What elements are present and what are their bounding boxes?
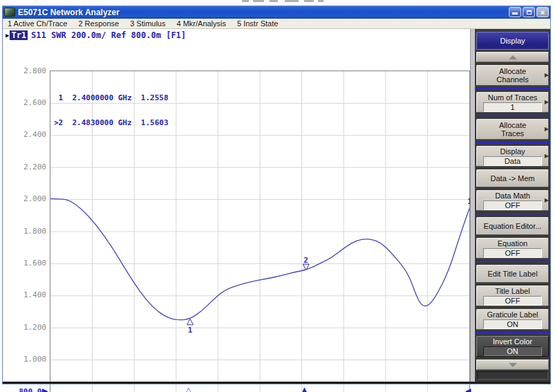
menu-bar: 1 Active Ch/Trace2 Response3 Stimulus4 M… — [2, 19, 551, 29]
softkey-scroll-down-button[interactable] — [476, 360, 549, 370]
close-button[interactable]: × — [536, 7, 549, 17]
close-icon: × — [537, 8, 548, 17]
minimize-icon — [512, 12, 518, 15]
window-controls: × — [509, 7, 549, 17]
menu-item-2-response[interactable]: 2 Response — [73, 19, 124, 28]
marker-readout-line-1: 1 2.4000000 GHz 1.2558 — [54, 94, 169, 102]
softkey-value: ON — [483, 346, 541, 356]
menu-item-4-mkr-analysis[interactable]: 4 Mkr/Analysis — [171, 19, 232, 28]
y-axis-label: 2.600 — [10, 98, 46, 107]
softkey-equation[interactable]: EquationOFF — [476, 238, 549, 259]
restore-icon — [527, 10, 532, 15]
softkey-value: OFF — [483, 248, 541, 258]
y-axis-label: 800.0m — [10, 387, 46, 392]
softkey-invert-color[interactable]: Invert ColorON — [476, 336, 549, 357]
application-window: E5071C Network Analyzer × 1 Active Ch/Tr… — [2, 6, 551, 384]
menu-item-5-instr-state[interactable]: 5 Instr State — [232, 19, 283, 28]
softkey-num-of-traces[interactable]: Num of Traces1▶ — [476, 92, 549, 113]
ref-level-pointer-icon: ▶ — [42, 386, 48, 392]
softkey-allocate-traces[interactable]: Allocate Traces▶ — [476, 119, 549, 140]
softkey-value: ON — [483, 319, 541, 329]
y-axis-label: 1.800 — [10, 227, 46, 236]
marker-readout: 1 2.4000000 GHz 1.2558 >2 2.4830000 GHz … — [54, 77, 169, 144]
marker-1-symbol[interactable] — [187, 319, 194, 325]
active-trace-pointer-icon: ▶ — [6, 32, 9, 39]
y-axis-label: 2.200 — [10, 162, 46, 171]
softkey-label: Allocate Traces — [499, 121, 526, 138]
softkey-label: Allocate Channels — [496, 67, 528, 84]
softkey-group-separator — [476, 88, 549, 89]
softkey-value: OFF — [483, 296, 541, 306]
trace-id-badge[interactable]: Tr1 — [10, 30, 28, 40]
y-axis-label: 2.800 — [10, 66, 46, 75]
softkey-group-separator — [476, 213, 549, 214]
submenu-arrow-icon: ▶ — [545, 153, 549, 160]
submenu-arrow-icon: ▶ — [545, 99, 549, 106]
softkey-value: OFF — [483, 200, 541, 210]
y-axis-label: 1.400 — [10, 290, 46, 299]
softkey-label: Equation Editor... — [484, 222, 542, 230]
instrument-screen: ▶ Tr1 S11 SWR 200.0m/ Ref 800.0m [F1] 11… — [2, 29, 470, 382]
softkey-graticule-label[interactable]: Graticule LabelON — [476, 309, 549, 330]
softkey-label: Graticule Label — [487, 310, 538, 319]
softkey-equation-editor[interactable]: Equation Editor... — [476, 217, 549, 235]
softkey-group-separator — [476, 142, 549, 143]
softkey-label: Display — [500, 147, 525, 156]
y-axis-label: 1.000 — [10, 355, 46, 364]
softkey-buttons: Allocate Channels▶Num of Traces1▶Allocat… — [476, 65, 549, 360]
softkey-value: 1 — [483, 102, 541, 112]
y-axis-label: 1.600 — [10, 259, 46, 268]
softkey-label: Data Math — [495, 192, 530, 200]
app-icon — [4, 8, 15, 17]
minimize-button[interactable] — [509, 7, 521, 17]
restore-button[interactable] — [523, 7, 535, 17]
softkey-empty-panel — [477, 371, 548, 380]
softkey-scroll-strip — [470, 29, 475, 382]
chevron-down-icon — [509, 363, 517, 367]
softkey-label: Edit Title Label — [487, 270, 537, 278]
title-bar: E5071C Network Analyzer × — [2, 6, 551, 19]
softkey-label: Title Label — [495, 287, 529, 295]
softkey-title-label[interactable]: Title LabelOFF — [476, 286, 549, 306]
y-axis-label: 2.400 — [10, 130, 46, 139]
softkey-label: Num of Traces — [488, 93, 538, 102]
softkey-scroll-up-button[interactable] — [476, 52, 549, 62]
y-axis-label: 2.000 — [10, 194, 46, 203]
window-title: E5071C Network Analyzer — [18, 8, 509, 17]
softkey-label: Invert Color — [493, 337, 532, 346]
softkey-label: Data -> Mem — [491, 174, 535, 183]
y-axis-label: 1.200 — [10, 323, 46, 332]
marker-1-label: 1 — [188, 326, 193, 335]
softkey-menu-title: Display — [476, 32, 549, 50]
softkey-edit-title-label[interactable]: Edit Title Label — [476, 265, 549, 283]
submenu-arrow-icon: ▶ — [545, 72, 549, 79]
softkey-display[interactable]: DisplayData▶ — [476, 146, 549, 167]
marker-readout-line-2: >2 2.4830000 GHz 1.5603 — [54, 119, 169, 127]
marker-2-label: 2 — [303, 256, 308, 265]
submenu-arrow-icon: ▶ — [545, 126, 549, 133]
softkey-value: Data — [483, 156, 541, 166]
sweep-end-pointer-icon: ◀ — [465, 386, 471, 392]
softkey-data-math[interactable]: Data MathOFF▶ — [476, 190, 549, 211]
softkey-data-mem[interactable]: Data -> Mem — [476, 169, 549, 187]
menu-item-3-stimulus[interactable]: 3 Stimulus — [124, 19, 171, 28]
softkey-group-separator — [476, 332, 549, 333]
menu-item-1-active-ch-trace[interactable]: 1 Active Ch/Trace — [2, 19, 73, 28]
softkey-allocate-channels[interactable]: Allocate Channels▶ — [476, 65, 549, 86]
softkey-label: Equation — [498, 239, 527, 248]
marker-1-stimulus-indicator: △ — [185, 386, 191, 392]
trace-format-text: S11 SWR 200.0m/ Ref 800.0m [F1] — [31, 30, 186, 40]
softkey-sidebar: Display Allocate Channels▶Num of Traces1… — [475, 29, 551, 382]
chevron-up-icon — [509, 55, 517, 59]
submenu-arrow-icon: ▶ — [545, 197, 549, 204]
trace-header[interactable]: ▶ Tr1 S11 SWR 200.0m/ Ref 800.0m [F1] — [6, 30, 186, 40]
marker-2-stimulus-indicator: ▲ — [301, 386, 308, 392]
window-bottom-edge — [2, 382, 551, 384]
softkey-group-separator — [476, 115, 549, 116]
softkey-group-separator — [476, 261, 549, 262]
